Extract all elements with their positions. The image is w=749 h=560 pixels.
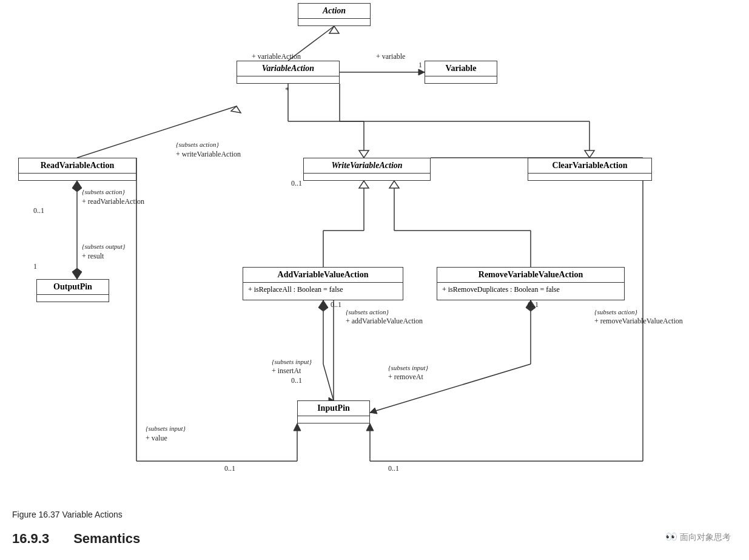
clear-variable-action-title: ClearVariableAction	[528, 158, 651, 174]
remove-variable-value-action-title: RemoveVariableValueAction	[437, 268, 624, 283]
add-variable-value-action-title: AddVariableValueAction	[243, 268, 403, 283]
svg-line-26	[323, 364, 334, 400]
svg-marker-1	[329, 26, 339, 33]
svg-marker-24	[389, 181, 399, 188]
label-add-variable-value-action: + addVariableValueAction	[346, 317, 423, 326]
label-result-1: 1	[33, 262, 37, 271]
svg-marker-27	[318, 300, 328, 311]
label-variable-mult1: 1	[418, 61, 422, 70]
label-remove-variable-value-action: + removeVariableValueAction	[594, 317, 683, 326]
label-remove-at: + removeAt	[388, 373, 423, 382]
variable-box: Variable	[425, 61, 497, 84]
svg-marker-34	[370, 408, 377, 414]
label-subsets-action-read: {subsets action}	[82, 188, 125, 195]
svg-marker-38	[294, 423, 301, 431]
svg-line-32	[370, 364, 531, 413]
label-remove-at-0-1: 0..1	[388, 464, 399, 473]
action-box: Action	[298, 3, 371, 26]
variable-action-title: VariableAction	[237, 61, 339, 76]
label-variable-assoc: + variable	[376, 52, 405, 61]
svg-marker-9	[359, 150, 369, 158]
label-write-0-1: 0..1	[291, 179, 302, 188]
write-variable-action-box: WriteVariableAction	[303, 158, 431, 181]
svg-marker-20	[359, 181, 369, 188]
label-write-variable-action: + writeVariableAction	[176, 150, 241, 159]
svg-marker-16	[72, 181, 82, 192]
label-subsets-input-insert: {subsets input}	[272, 358, 312, 365]
read-variable-action-title: ReadVariableAction	[19, 158, 136, 174]
remove-variable-value-action-box: RemoveVariableValueAction + isRemoveDupl…	[437, 267, 625, 300]
label-value-0-1: 0..1	[224, 464, 235, 473]
section-heading: 16.9.3 Semantics	[12, 531, 140, 547]
output-pin-title: OutputPin	[37, 280, 109, 295]
input-pin-box: InputPin	[297, 400, 370, 423]
svg-marker-43	[366, 423, 374, 431]
add-variable-value-action-body: + isReplaceAll : Boolean = false	[243, 283, 403, 297]
figure-caption: Figure 16.37 Variable Actions	[12, 510, 123, 519]
label-subsets-input-value: {subsets input}	[146, 425, 186, 432]
label-subsets-input-remove: {subsets input}	[388, 364, 428, 371]
label-result: + result	[82, 252, 104, 261]
action-title: Action	[298, 4, 370, 19]
write-variable-action-title: WriteVariableAction	[304, 158, 430, 174]
label-subsets-action-write: {subsets action}	[176, 141, 219, 148]
label-subsets-action-remove: {subsets action}	[594, 308, 637, 315]
diagram-svg	[0, 0, 749, 504]
svg-marker-15	[72, 268, 82, 279]
label-remove-0-1: 0..1	[528, 300, 539, 309]
label-variable-mult-star: *	[285, 85, 289, 95]
clear-variable-action-box: ClearVariableAction	[528, 158, 652, 181]
label-value: + value	[146, 434, 167, 443]
label-read-0-1: 0..1	[33, 206, 44, 215]
watermark: 👀 面向对象思考	[665, 531, 731, 543]
label-insert-0-1: 0..1	[291, 376, 302, 385]
variable-title: Variable	[425, 61, 497, 76]
section-title: Semantics	[73, 531, 140, 547]
input-pin-title: InputPin	[298, 401, 369, 416]
output-pin-box: OutputPin	[36, 279, 109, 302]
svg-marker-5	[231, 106, 241, 113]
svg-marker-13	[585, 150, 594, 158]
variable-action-box: VariableAction	[237, 61, 340, 84]
diagram-container: Action VariableAction Variable ReadVaria…	[0, 0, 749, 504]
label-subsets-output: {subsets output}	[82, 243, 125, 250]
read-variable-action-box: ReadVariableAction	[18, 158, 136, 181]
label-add-0-1: 0..1	[331, 300, 341, 309]
section-number: 16.9.3	[12, 531, 49, 547]
label-read-variable-action-assoc: + readVariableAction	[82, 197, 144, 206]
svg-marker-3	[418, 69, 425, 75]
remove-variable-value-action-body: + isRemoveDuplicates : Boolean = false	[437, 283, 624, 297]
add-variable-value-action-box: AddVariableValueAction + isReplaceAll : …	[243, 267, 403, 300]
label-variable-action-assoc: + variableAction	[252, 52, 301, 61]
label-insert-at: + insertAt	[272, 366, 301, 376]
label-subsets-action-add: {subsets action}	[346, 308, 389, 315]
